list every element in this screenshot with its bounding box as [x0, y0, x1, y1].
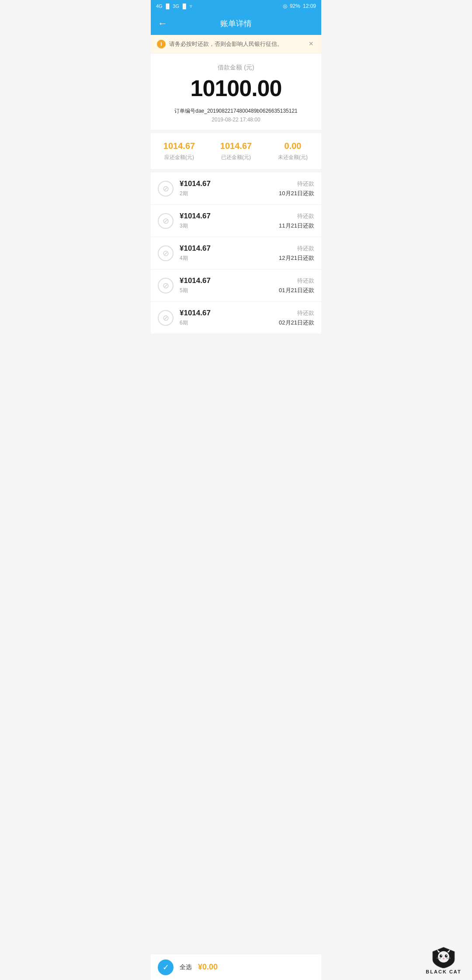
order-date: 2019-08-22 17:48:00 — [158, 117, 314, 123]
remaining-summary: 0.00 未还金额(元) — [264, 141, 321, 161]
installment-item[interactable]: ⊘ ¥1014.67 2期 待还款 10月21日还款 — [151, 173, 321, 205]
installment-amount: ¥1014.67 — [180, 244, 273, 253]
installment-icon: ⊘ — [158, 278, 174, 293]
battery-indicator: 92% — [290, 3, 300, 9]
installment-details: ¥1014.67 2期 — [180, 179, 273, 197]
status-right: ◎ 92% 12:09 — [283, 3, 316, 9]
installment-right: 待还款 01月21日还款 — [279, 277, 314, 294]
loan-info-section: 借款金额 (元) 10100.00 订单编号dae_20190822174800… — [151, 53, 321, 133]
installment-due-date: 12月21日还款 — [279, 254, 314, 262]
signal-4g: 4G — [156, 3, 163, 9]
notice-banner: i 请务必按时还款，否则会影响人民银行征信。 × — [151, 35, 321, 53]
installment-status: 待还款 — [279, 212, 314, 220]
installment-item[interactable]: ⊘ ¥1014.67 3期 待还款 11月21日还款 — [151, 205, 321, 237]
payable-summary: 1014.67 应还金额(元) — [151, 141, 208, 161]
installment-amount: ¥1014.67 — [180, 179, 273, 188]
installment-period: 6期 — [180, 319, 273, 327]
installment-icon: ⊘ — [158, 181, 174, 197]
installment-amount: ¥1014.67 — [180, 276, 273, 285]
installment-amount: ¥1014.67 — [180, 309, 273, 317]
installment-right: 待还款 11月21日还款 — [279, 212, 314, 230]
page-header: ← 账单详情 — [151, 12, 321, 35]
installment-details: ¥1014.67 4期 — [180, 244, 273, 262]
time-display: 12:09 — [303, 3, 316, 9]
installment-status: 待还款 — [279, 277, 314, 285]
signal-3g: 3G — [173, 3, 179, 9]
page-title: 账单详情 — [220, 18, 252, 29]
installment-right: 待还款 12月21日还款 — [279, 245, 314, 262]
installment-details: ¥1014.67 3期 — [180, 212, 273, 230]
installment-icon: ⊘ — [158, 213, 174, 229]
installment-period: 2期 — [180, 190, 273, 197]
notice-text: 请务必按时还款，否则会影响人民银行征信。 — [169, 40, 283, 48]
installment-item[interactable]: ⊘ ¥1014.67 4期 待还款 12月21日还款 — [151, 237, 321, 269]
installment-period: 4期 — [180, 255, 273, 262]
eye-icon: ◎ — [283, 3, 287, 9]
installment-status: 待还款 — [279, 309, 314, 317]
signal-bars2: ▐▌ — [181, 3, 188, 9]
remaining-label: 未还金额(元) — [264, 154, 321, 161]
back-button[interactable]: ← — [158, 18, 167, 29]
loan-amount: 10100.00 — [158, 75, 314, 101]
select-all-label: 全选 — [180, 963, 192, 971]
installment-details: ¥1014.67 6期 — [180, 309, 273, 327]
installment-right: 待还款 10月21日还款 — [279, 180, 314, 197]
paid-label: 已还金额(元) — [208, 154, 264, 161]
installment-list: ⊘ ¥1014.67 2期 待还款 10月21日还款 ⊘ ¥1014.67 3期… — [151, 173, 321, 334]
wifi-icon: ▿ — [190, 3, 192, 9]
installment-amount: ¥1014.67 — [180, 212, 273, 221]
installment-status: 待还款 — [279, 180, 314, 188]
installment-due-date: 10月21日还款 — [279, 190, 314, 197]
installment-status: 待还款 — [279, 245, 314, 252]
signal-bars: ▐▌ — [164, 3, 171, 9]
total-amount: ¥0.00 — [198, 963, 218, 972]
installment-period: 3期 — [180, 222, 273, 230]
bottom-bar: ✓ 全选 ¥0.00 — [151, 954, 321, 980]
summary-row: 1014.67 应还金额(元) 1014.67 已还金额(元) 0.00 未还金… — [151, 133, 321, 173]
notice-close-button[interactable]: × — [307, 39, 315, 48]
loan-label: 借款金额 (元) — [158, 64, 314, 72]
status-bar: 4G ▐▌ 3G ▐▌ ▿ ◎ 92% 12:09 — [151, 0, 321, 12]
select-all-button[interactable]: ✓ — [158, 959, 174, 975]
payable-amount: 1014.67 — [151, 141, 208, 151]
paid-amount: 1014.67 — [208, 141, 264, 151]
payable-label: 应还金额(元) — [151, 154, 208, 161]
installment-icon: ⊘ — [158, 310, 174, 326]
paid-summary: 1014.67 已还金额(元) — [208, 141, 264, 161]
notice-content: i 请务必按时还款，否则会影响人民银行征信。 — [157, 40, 307, 48]
installment-icon: ⊘ — [158, 245, 174, 261]
installment-item[interactable]: ⊘ ¥1014.67 6期 待还款 02月21日还款 — [151, 302, 321, 334]
installment-item[interactable]: ⊘ ¥1014.67 5期 待还款 01月21日还款 — [151, 269, 321, 302]
installment-period: 5期 — [180, 287, 273, 294]
installment-details: ¥1014.67 5期 — [180, 276, 273, 294]
remaining-amount: 0.00 — [264, 141, 321, 151]
installment-due-date: 02月21日还款 — [279, 319, 314, 327]
signal-indicators: 4G ▐▌ 3G ▐▌ ▿ — [156, 3, 192, 9]
installment-right: 待还款 02月21日还款 — [279, 309, 314, 327]
installment-due-date: 01月21日还款 — [279, 286, 314, 294]
installment-due-date: 11月21日还款 — [279, 222, 314, 230]
order-number: 订单编号dae_20190822174800489b0626635135121 — [158, 107, 314, 115]
notice-icon: i — [157, 40, 166, 48]
